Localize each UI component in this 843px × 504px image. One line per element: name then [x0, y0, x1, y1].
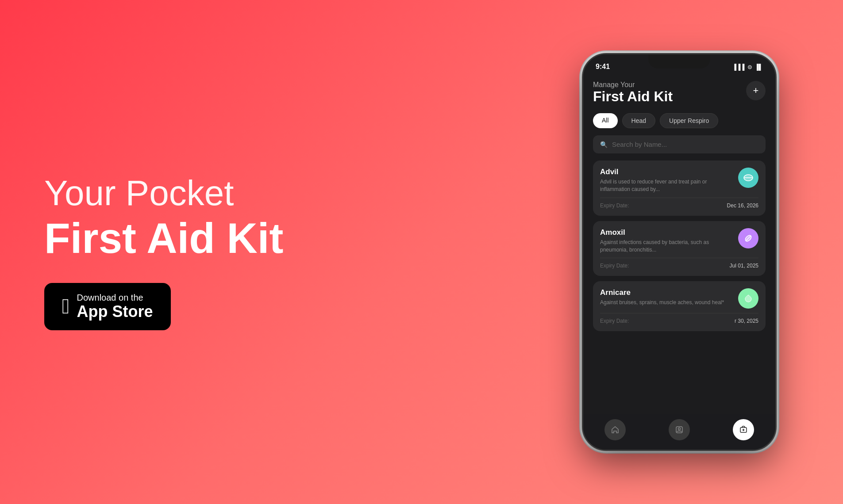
- med-info-arnicare: Arnicare Against bruises, sprains, muscl…: [600, 288, 734, 306]
- app-content: Manage Your First Aid Kit + All Head: [583, 74, 775, 344]
- med-desc-advil: Advil is used to reduce fever and treat …: [600, 178, 734, 193]
- med-icon-amoxil: [738, 228, 758, 248]
- medicine-card-advil[interactable]: Advil Advil is used to reduce fever and …: [593, 160, 766, 216]
- app-header: Manage Your First Aid Kit +: [593, 81, 766, 104]
- expiry-label-arnicare: Expiry Date:: [600, 318, 629, 324]
- search-placeholder-text: Search by Name...: [612, 141, 667, 148]
- med-info-amoxil: Amoxil Against infections caused by bact…: [600, 228, 734, 254]
- status-icons: ▐▐▐ ⊜ ▐▌: [732, 64, 763, 70]
- expiry-date-advil: Dec 16, 2026: [727, 202, 758, 209]
- medicine-card-amoxil[interactable]: Amoxil Against infections caused by bact…: [593, 221, 766, 276]
- right-section: 9:41 ▐▐▐ ⊜ ▐▌ Manage Your First Aid Kit: [533, 0, 843, 504]
- category-all[interactable]: All: [593, 113, 618, 128]
- phone-frame: 9:41 ▐▐▐ ⊜ ▐▌ Manage Your First Aid Kit: [582, 53, 777, 451]
- headline-bottom: First Aid Kit: [44, 216, 489, 261]
- headline-top: Your Pocket: [44, 174, 489, 213]
- left-section: Your Pocket First Aid Kit  Download on …: [0, 138, 533, 365]
- svg-point-7: [678, 428, 680, 430]
- med-name-advil: Advil: [600, 168, 734, 176]
- expiry-label-advil: Expiry Date:: [600, 202, 629, 209]
- expiry-label-amoxil: Expiry Date:: [600, 263, 629, 269]
- med-card-header-amoxil: Amoxil Against infections caused by bact…: [600, 228, 758, 254]
- med-card-header-advil: Advil Advil is used to reduce fever and …: [600, 168, 758, 193]
- app-store-label: App Store: [77, 303, 153, 321]
- expiry-date-arnicare: r 30, 2025: [735, 318, 758, 324]
- apple-icon: : [62, 296, 70, 317]
- med-desc-amoxil: Against infections caused by bacteria, s…: [600, 239, 734, 254]
- med-card-header-arnicare: Arnicare Against bruises, sprains, muscl…: [600, 288, 758, 309]
- med-icon-advil: [738, 168, 758, 188]
- med-info-advil: Advil Advil is used to reduce fever and …: [600, 168, 734, 193]
- med-name-arnicare: Arnicare: [600, 288, 734, 297]
- med-desc-arnicare: Against bruises, sprains, muscle aches, …: [600, 299, 734, 306]
- medicine-card-arnicare[interactable]: Arnicare Against bruises, sprains, muscl…: [593, 281, 766, 331]
- headline: Your Pocket First Aid Kit: [44, 174, 489, 261]
- phone-notch: [648, 54, 710, 69]
- battery-icon: ▐▌: [755, 64, 763, 70]
- nav-kit[interactable]: [733, 419, 754, 440]
- nav-profile[interactable]: [669, 419, 690, 440]
- add-button[interactable]: +: [746, 81, 766, 100]
- signal-icon: ▐▐▐: [732, 64, 745, 70]
- search-icon: 🔍: [600, 141, 608, 148]
- expiry-date-amoxil: Jul 01, 2025: [730, 263, 758, 269]
- app-title-block: Manage Your First Aid Kit: [593, 81, 673, 104]
- search-bar[interactable]: 🔍 Search by Name...: [593, 135, 766, 153]
- phone-screen: 9:41 ▐▐▐ ⊜ ▐▌ Manage Your First Aid Kit: [583, 54, 775, 450]
- med-name-amoxil: Amoxil: [600, 228, 734, 237]
- download-on-label: Download on the: [77, 293, 153, 303]
- med-expiry-amoxil: Expiry Date: Jul 01, 2025: [600, 258, 758, 269]
- bottom-nav: [583, 414, 775, 450]
- app-store-button[interactable]:  Download on the App Store: [44, 283, 171, 330]
- med-expiry-advil: Expiry Date: Dec 16, 2026: [600, 198, 758, 209]
- status-time: 9:41: [596, 63, 610, 71]
- phone-wrapper: 9:41 ▐▐▐ ⊜ ▐▌ Manage Your First Aid Kit: [582, 53, 777, 451]
- med-expiry-arnicare: Expiry Date: r 30, 2025: [600, 313, 758, 324]
- app-store-text: Download on the App Store: [77, 293, 153, 321]
- app-title: First Aid Kit: [593, 89, 673, 104]
- wifi-icon: ⊜: [747, 64, 752, 70]
- category-row: All Head Upper Respiro: [593, 113, 766, 128]
- nav-home[interactable]: [604, 419, 626, 440]
- app-subtitle: Manage Your: [593, 81, 673, 89]
- med-icon-arnicare: [738, 288, 758, 309]
- category-head[interactable]: Head: [622, 113, 655, 128]
- category-upper-resp[interactable]: Upper Respiro: [660, 113, 718, 128]
